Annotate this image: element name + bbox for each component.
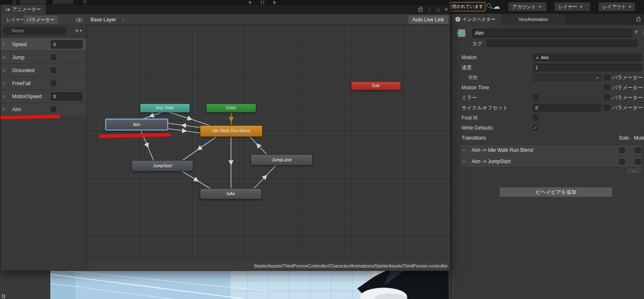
multiplier-parameter-checkbox[interactable] (604, 75, 610, 80)
parameter-checkbox[interactable] (51, 81, 56, 86)
transitions-layer (86, 25, 450, 261)
transition-anystate-to-idle[interactable] (169, 112, 210, 125)
mute-checkbox[interactable] (635, 159, 641, 164)
parameter-checkbox[interactable] (51, 55, 56, 60)
background-tab (53, 0, 73, 4)
mirror-parameter-checkbox[interactable] (604, 95, 610, 100)
transitions-header: Transitions (462, 135, 486, 141)
state-node-inair[interactable]: InAir (200, 188, 262, 199)
parameter-row[interactable]: = Speed 0 (0, 38, 86, 51)
auto-live-link-button[interactable]: Auto Live Link (408, 15, 449, 24)
tab-very-animation[interactable]: VeryAnimation (502, 14, 565, 25)
game-view[interactable] (50, 270, 449, 299)
cycle-offset-label: サイクルオフセット (462, 104, 508, 112)
drag-handle-icon[interactable]: = (2, 55, 5, 60)
kebab-menu-icon[interactable]: ⋮ (641, 30, 644, 35)
state-node-exit[interactable]: Exit (351, 81, 401, 90)
plus-icon: + (75, 27, 78, 34)
add-behaviour-button[interactable]: ビヘイビアを追加 (499, 187, 613, 197)
parameter-row[interactable]: = Grounded (0, 64, 86, 77)
lock-icon[interactable] (418, 9, 422, 12)
state-name-field[interactable] (472, 29, 632, 38)
multiplier-dropdown[interactable]: ▾ (533, 74, 601, 81)
state-machine-canvas[interactable]: Exit Any State Entry Aim Idle Walk Run B… (86, 25, 450, 261)
transition-jumpland-to-idle[interactable] (250, 137, 267, 154)
package-search-icon[interactable] (487, 3, 491, 8)
tag-field[interactable] (487, 39, 638, 47)
layers-button-label: レイヤー (558, 4, 577, 10)
auto-live-link-label: Auto Live Link (413, 17, 444, 23)
cycle-offset-field[interactable]: 0 (533, 104, 601, 112)
remove-transition-button[interactable]: − (626, 168, 642, 174)
foot-ik-checkbox[interactable] (533, 115, 538, 120)
drag-handle-icon[interactable]: = (2, 42, 5, 47)
drag-handle-icon[interactable]: = (2, 94, 5, 99)
transition-idle-to-jumpstart[interactable] (183, 137, 216, 160)
transition-inair-to-jumpland[interactable] (254, 165, 276, 188)
parameter-value-field[interactable]: 0 (51, 40, 83, 49)
parameter-row[interactable]: = Jump (0, 51, 86, 64)
motion-time-parameter-checkbox[interactable] (604, 85, 610, 90)
maximize-icon[interactable]: □ (437, 7, 440, 12)
transition-anystate-to-aim[interactable] (143, 112, 161, 119)
drag-handle-icon[interactable]: = (462, 147, 465, 153)
account-button[interactable]: アカウント ▾ (508, 2, 547, 11)
breadcrumb[interactable]: Base Layer (91, 14, 116, 25)
help-icon[interactable]: ? (635, 30, 638, 35)
state-node-entry[interactable]: Entry (206, 104, 256, 112)
write-defaults-label: Write Defaults (462, 124, 493, 132)
parameter-row[interactable]: = MotionSpeed 0 (0, 90, 86, 103)
tab-parameters[interactable]: パラメーター (23, 16, 58, 24)
parameter-row[interactable]: = FreeFall (0, 77, 86, 90)
tab-inspector[interactable]: i インスペクター (451, 14, 501, 25)
mute-checkbox[interactable] (635, 148, 641, 153)
layers-button[interactable]: レイヤー ▾ (554, 2, 590, 11)
tab-animator-label: アニメーター (13, 6, 41, 13)
drag-handle-icon[interactable]: = (2, 68, 5, 73)
bottom-left-panel: 1) (0, 270, 50, 299)
animator-title-bar[interactable]: アニメーター ⋮ □ × (0, 5, 450, 14)
solo-column-header: Solo (619, 135, 629, 141)
tab-animator[interactable]: アニメーター (0, 5, 46, 14)
state-node-any-state[interactable]: Any State (140, 104, 190, 112)
speed-field[interactable]: 1 (533, 64, 642, 71)
solo-checkbox[interactable] (619, 159, 625, 164)
close-icon[interactable]: × (444, 6, 448, 13)
write-defaults-checkbox[interactable]: ✓ (533, 125, 538, 130)
mirror-checkbox[interactable] (533, 95, 538, 100)
search-input[interactable] (3, 27, 67, 34)
layout-button-label: レイアウト (602, 4, 626, 10)
speed-value: 1 (535, 64, 538, 71)
transition-row[interactable]: = Aim -> Idle Walk Run Blend (460, 145, 641, 156)
drag-handle-icon[interactable]: = (2, 81, 5, 86)
parameter-checkbox[interactable] (51, 68, 56, 73)
lock-icon[interactable] (636, 18, 640, 21)
tab-inspector-label: インスペクター (462, 16, 496, 23)
kebab-menu-icon[interactable]: ⋮ (427, 7, 432, 12)
transition-aim-to-idle[interactable] (168, 129, 200, 133)
window-controls: ⋮ □ × (418, 5, 448, 14)
parameter-row[interactable]: = Aim (0, 103, 86, 116)
drag-handle-icon[interactable]: = (2, 107, 5, 112)
cloud-icon[interactable]: ☁ (493, 1, 500, 12)
cycle-offset-parameter-checkbox[interactable] (604, 105, 610, 110)
state-node-jumpstart[interactable]: JumpStart (132, 160, 193, 171)
eye-icon[interactable] (76, 18, 82, 22)
parameter-value-field[interactable]: 0 (51, 92, 83, 101)
state-node-idle-walk-run-blend[interactable]: Idle Walk Run Blend (200, 125, 262, 137)
bottom-strip: 1) (0, 270, 451, 299)
motion-object-field[interactable]: ▲ Aim (533, 54, 642, 61)
state-node-aim[interactable]: Aim (105, 119, 168, 130)
parameter-checkbox[interactable] (51, 107, 56, 112)
solo-checkbox[interactable] (619, 148, 625, 153)
drag-handle-icon[interactable]: = (462, 159, 465, 164)
transition-jumpstart-to-inair[interactable] (182, 171, 210, 189)
parameter-name: Grounded (12, 64, 34, 77)
transition-idle-to-aim[interactable] (168, 123, 200, 127)
add-parameter-button[interactable]: + ▾ (73, 26, 83, 35)
preview-packages-warning[interactable]: プレビューパッケージが使用されています (449, 2, 486, 11)
state-node-jumpland[interactable]: JumpLand (251, 154, 312, 165)
bottom-left-note: 1) (1, 294, 5, 299)
transition-row[interactable]: = Aim -> JumpStart (460, 156, 641, 167)
layout-button[interactable]: レイアウト ▾ (598, 2, 635, 11)
